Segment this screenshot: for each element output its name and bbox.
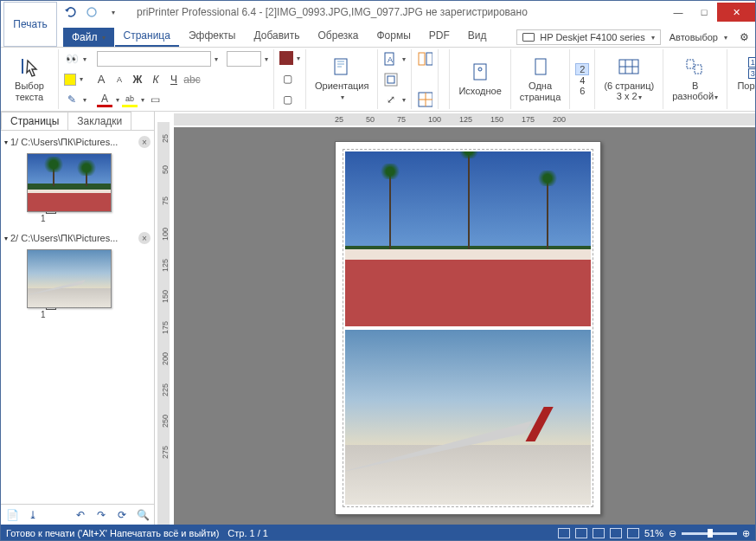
printer-icon (522, 33, 535, 42)
copycolor-icon[interactable]: ▢ (279, 92, 295, 107)
pen-icon[interactable]: ✎ (64, 92, 80, 107)
binoculars-icon[interactable]: 👀 (64, 51, 80, 67)
svg-rect-14 (695, 65, 702, 74)
highlightcolor-icon[interactable]: ab (122, 92, 138, 107)
onepage-icon (529, 56, 553, 79)
order-button[interactable]: 1 2 3 4 Порядок▾ (733, 51, 756, 107)
maximize-button[interactable]: □ (691, 3, 717, 22)
thumb-number: 1 (41, 310, 46, 319)
thumbnail[interactable] (27, 153, 112, 212)
shuffle-button[interactable]: В разнобой▾ (669, 51, 721, 107)
menubar: Файл▾ Страница Эффекты Добавить Обрезка … (1, 23, 755, 48)
svg-rect-9 (474, 64, 486, 80)
fillcolor-icon[interactable] (279, 51, 293, 65)
redo-icon[interactable] (84, 4, 99, 20)
layout-4[interactable]: 4 (580, 75, 585, 86)
bold-icon[interactable]: Ж (130, 72, 145, 87)
view-cont-icon[interactable] (575, 528, 587, 538)
close-button[interactable]: ✕ (717, 3, 755, 22)
grow-font-icon[interactable]: A (93, 72, 109, 87)
zoom-label: 51% (644, 528, 663, 538)
scale-icon[interactable]: ⤢ (383, 92, 399, 107)
italic-icon[interactable]: К (148, 72, 163, 87)
undo-icon[interactable] (63, 4, 79, 20)
qat-dropdown-icon[interactable]: ▾ (106, 4, 121, 20)
fontcolor-icon[interactable]: A (97, 92, 112, 107)
sidebar-toolbar: 📄 ⤓ ↶ ↷ ⟳ 🔍 (1, 504, 154, 525)
pagesize-icon[interactable]: A (383, 51, 399, 67)
nocolor-icon[interactable]: ▢ (279, 71, 295, 87)
underline-icon[interactable]: Ч (166, 72, 182, 87)
thumbnail[interactable] (27, 249, 112, 308)
sixpages-button[interactable]: (6 страниц) 3 x 2▾ (600, 51, 657, 107)
autoselect-dropdown[interactable]: Автовыбор▾ (664, 30, 733, 44)
onepage-button[interactable]: Одна страница (516, 51, 564, 107)
quick-access-toolbar: ▾ (63, 4, 121, 20)
highlight-icon[interactable] (64, 74, 76, 86)
sidebar-item-header[interactable]: ▾2/ C:\Users\ПК\Pictures...× (4, 230, 151, 246)
remove-doc-icon[interactable]: × (138, 232, 151, 244)
ribbon: Выбор текста 👀▾ ▾ ▾ ▾ A A Ж К Ч abc ✎▾ A… (1, 48, 755, 112)
view-single-icon[interactable] (558, 528, 570, 538)
statusbar: Готово к печати ('Alt+X' Напечатать всё … (1, 525, 755, 541)
tab-page[interactable]: Страница (115, 25, 179, 47)
tab-view[interactable]: Вид (459, 25, 496, 47)
source-layout-button[interactable]: Исходное (455, 51, 504, 107)
view-two-icon[interactable] (593, 528, 605, 538)
margins-icon[interactable] (383, 72, 399, 87)
page-preview[interactable] (335, 141, 601, 515)
orientation-button[interactable]: Ориентация▾ (311, 51, 372, 107)
orientation-icon (330, 56, 354, 79)
fontsize-selector[interactable] (227, 51, 261, 67)
zoom-in-icon[interactable]: ⊕ (742, 528, 750, 539)
remove-doc-icon[interactable]: × (138, 136, 151, 148)
printer-selector[interactable]: HP Deskjet F4100 series▾ (516, 29, 660, 45)
booklet-icon[interactable] (417, 51, 432, 67)
workspace: Страницы Закладки ▾1/ C:\Users\ПК\Pictur… (1, 112, 755, 525)
tab-pdf[interactable]: PDF (420, 25, 458, 47)
zoom-out-icon[interactable]: ⊖ (669, 528, 676, 539)
refresh-icon[interactable]: ⟳ (114, 507, 130, 523)
poster-icon[interactable] (417, 92, 432, 107)
tab-effects[interactable]: Эффекты (180, 25, 245, 47)
svg-rect-4 (385, 74, 397, 86)
sidebar: Страницы Закладки ▾1/ C:\Users\ПК\Pictur… (1, 112, 155, 525)
status-ready: Готово к печати ('Alt+X' Напечатать всё … (6, 528, 219, 538)
view-grid-icon[interactable] (610, 528, 622, 538)
svg-text:A: A (388, 55, 393, 64)
newdoc-icon[interactable]: 📄 (4, 507, 20, 523)
rotate-cw-icon[interactable]: ↷ (93, 507, 109, 523)
strike-icon[interactable]: abc (184, 72, 200, 87)
svg-rect-13 (687, 60, 694, 68)
view-thumb-icon[interactable] (627, 528, 639, 538)
export-icon[interactable]: ⤓ (25, 507, 41, 523)
ruler-horizontal: 255075100125150175200 (174, 112, 755, 127)
tab-crop[interactable]: Обрезка (310, 25, 368, 47)
tab-add[interactable]: Добавить (245, 25, 308, 47)
font-selector[interactable] (97, 51, 211, 67)
sidebar-item-header[interactable]: ▾1/ C:\Users\ПК\Pictures...× (4, 134, 151, 150)
window-title: priPrinter Professional 6.4 - [2]IMG_099… (137, 6, 528, 18)
canvas[interactable] (174, 127, 755, 525)
layout-6[interactable]: 6 (580, 86, 585, 96)
sidebar-tab-bookmarks[interactable]: Закладки (67, 112, 131, 130)
gear-icon[interactable]: ⚙ (736, 29, 752, 45)
layout-2[interactable]: 2 (575, 63, 589, 75)
zoom-side-icon[interactable]: 🔍 (135, 507, 151, 523)
file-menu-button[interactable]: Файл▾ (63, 28, 114, 47)
tab-forms[interactable]: Формы (368, 25, 420, 47)
print-button[interactable]: Печать (3, 2, 57, 47)
sidebar-tab-pages[interactable]: Страницы (1, 112, 68, 130)
select-text-button[interactable]: Выбор текста (6, 51, 53, 107)
shrink-font-icon[interactable]: A (112, 72, 127, 87)
grid3x2-icon (617, 56, 641, 79)
rotate-ccw-icon[interactable]: ↶ (73, 507, 88, 523)
zoom-slider[interactable] (682, 532, 737, 535)
eraser-icon[interactable]: ▭ (147, 92, 163, 107)
titlebar: ▾ priPrinter Professional 6.4 - [2]IMG_0… (1, 1, 755, 23)
minimize-button[interactable]: — (665, 3, 691, 22)
svg-rect-7 (426, 53, 432, 65)
thumb-number: 1 (41, 214, 46, 223)
svg-point-0 (87, 8, 96, 16)
status-page: Стр. 1 / 1 (227, 528, 268, 538)
